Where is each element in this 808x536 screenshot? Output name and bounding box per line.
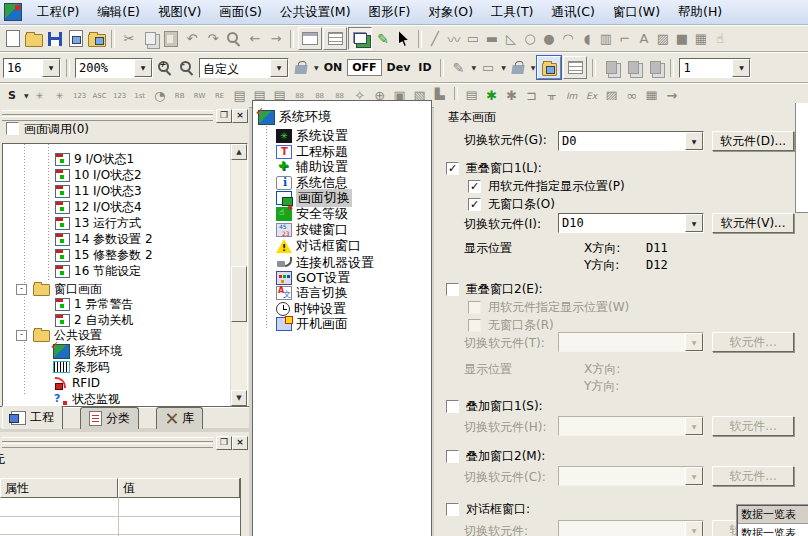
property-column-header[interactable]: 属性 xyxy=(0,478,118,498)
tree-item-rfid[interactable]: RFID xyxy=(53,375,100,391)
parts-display-icon[interactable]: ▤ xyxy=(231,86,249,106)
overlap2-checkbox[interactable]: ✓ xyxy=(446,283,459,296)
lamp-area-icon[interactable]: ✳ xyxy=(51,86,69,106)
draw-filled-ellipse-icon[interactable]: ● xyxy=(540,29,558,49)
tree-item-status-watch[interactable]: 状态监视 xyxy=(53,391,120,407)
draw-image-icon[interactable]: ▦ xyxy=(692,29,710,49)
copy-icon[interactable] xyxy=(140,29,160,49)
panel-gripper[interactable] xyxy=(2,110,213,115)
font-size-combo[interactable]: 16 ▼ xyxy=(3,58,61,78)
overlap2-position-checkbox[interactable]: ✓ xyxy=(468,301,481,314)
tree-item-system-settings[interactable]: 系统设置 xyxy=(276,128,348,144)
zoom-combo[interactable]: 200% ▼ xyxy=(75,58,153,78)
screen-image-toggle[interactable] xyxy=(537,56,561,79)
dialog-window-checkbox[interactable]: ✓ xyxy=(446,503,459,516)
base-device-button[interactable]: 软元件(D)... xyxy=(712,131,794,151)
zoom-in-icon[interactable]: + xyxy=(155,58,175,78)
style-combo[interactable]: 自定义 ▼ xyxy=(199,58,289,78)
overlap2-nobar-checkbox[interactable]: ✓ xyxy=(468,319,481,332)
device-view-button[interactable]: Dev xyxy=(384,61,414,74)
dropdown-arrow-icon[interactable]: ▼ xyxy=(685,132,703,150)
draw-polyline-icon[interactable]: 〰 xyxy=(445,29,463,49)
scrollbar-thumb[interactable] xyxy=(231,266,247,322)
paint-style-dropdown-icon[interactable]: ▼ xyxy=(531,64,536,71)
draw-ellipse-icon[interactable]: ○ xyxy=(521,29,539,49)
menu-screen[interactable]: 画面(S) xyxy=(210,1,271,24)
zoom-select-icon[interactable] xyxy=(224,29,244,49)
ascii-display-icon[interactable]: ASC xyxy=(91,86,109,106)
tree-item-screen-15[interactable]: 15 修整参数 2 xyxy=(55,247,153,263)
fill-color-icon[interactable] xyxy=(291,58,311,78)
tree-item-screen-9[interactable]: 9 I/O状态1 xyxy=(55,151,134,167)
data-list-toggle[interactable] xyxy=(563,56,587,79)
tree-folder-common-settings[interactable]: 公共设置 xyxy=(33,327,102,343)
tree-item-screen-16[interactable]: 16 节能设定 xyxy=(55,263,141,279)
superimpose1-checkbox[interactable]: ✓ xyxy=(446,400,459,413)
tree-scrollbar[interactable]: ▲ ▼ xyxy=(230,144,247,407)
overlap1-checkbox[interactable]: ✓ xyxy=(446,162,459,175)
menu-figure[interactable]: 图形(F) xyxy=(360,1,420,24)
tree-item-barcode[interactable]: 条形码 xyxy=(53,359,110,375)
back-icon[interactable]: ← xyxy=(245,29,265,49)
panel-maximize-button[interactable]: ❐ xyxy=(216,109,232,123)
new-file-icon[interactable] xyxy=(3,29,23,49)
draw-touch-icon[interactable]: ☝ xyxy=(711,29,729,49)
overlap1-device-button[interactable]: 软元件(V)... xyxy=(712,213,794,233)
open-file-icon[interactable] xyxy=(24,29,44,49)
menu-project[interactable]: 工程(P) xyxy=(28,1,88,24)
comment-simple-icon[interactable]: RE xyxy=(211,86,229,106)
panel-maximize-button[interactable]: ❐ xyxy=(216,436,232,450)
collapse-expander[interactable]: - xyxy=(16,330,27,341)
scroll-down-icon[interactable]: ▼ xyxy=(231,390,247,406)
cut-icon[interactable]: ✂ xyxy=(119,29,139,49)
data-view-toggle[interactable] xyxy=(323,27,347,50)
panel-close-button[interactable]: × xyxy=(232,436,248,450)
menu-edit[interactable]: 编辑(E) xyxy=(88,1,149,24)
collapse-expander[interactable]: - xyxy=(16,284,27,295)
menu-tools[interactable]: 工具(T) xyxy=(482,1,542,24)
base-device-combo[interactable]: D0 ▼ xyxy=(558,131,704,151)
undo-icon[interactable]: ↶ xyxy=(182,29,202,49)
line-style-icon[interactable]: ✎ xyxy=(449,58,469,78)
panel-gripper[interactable] xyxy=(2,437,213,442)
draw-filled-area-icon[interactable]: ■ xyxy=(673,29,691,49)
tree-item-screen-10[interactable]: 10 I/O状态2 xyxy=(55,167,142,183)
menu-help[interactable]: 帮助(H) xyxy=(669,1,731,24)
panel-gripper[interactable] xyxy=(2,443,213,448)
tree-item-system-env[interactable]: 系统环境 xyxy=(53,343,122,359)
menu-communication[interactable]: 通讯(C) xyxy=(542,1,603,24)
tree-item-screen-12[interactable]: 12 I/O状态4 xyxy=(55,199,142,215)
scroll-up-icon[interactable]: ▲ xyxy=(231,144,247,160)
line-style-dropdown-icon[interactable]: ▼ xyxy=(472,64,477,71)
dropdown-arrow-icon[interactable]: ▼ xyxy=(732,59,750,77)
overlap1-position-checkbox[interactable]: ✓ xyxy=(468,180,481,193)
superimpose2-checkbox[interactable]: ✓ xyxy=(446,450,459,463)
tree-root-system-env[interactable]: 系统环境 xyxy=(258,109,331,125)
menu-object[interactable]: 对象(O) xyxy=(419,1,482,24)
edit-vertex-icon[interactable]: ✎ xyxy=(373,29,393,49)
panel-gripper[interactable] xyxy=(2,116,213,121)
frame-style-icon[interactable]: ▭ xyxy=(478,58,498,78)
tree-item-screen-14[interactable]: 14 参数设置 2 xyxy=(55,231,153,247)
overlap1-nobar-checkbox[interactable]: ✓ xyxy=(468,198,481,211)
tree-item-window-1[interactable]: 1 异常警告 xyxy=(55,296,133,312)
draw-text-icon[interactable]: A xyxy=(635,29,653,49)
numeric-input-icon[interactable]: 123 xyxy=(111,86,129,106)
off-state-button[interactable]: OFF xyxy=(347,59,381,76)
menu-view[interactable]: 视图(V) xyxy=(149,1,210,24)
dropdown-arrow-icon[interactable]: ▼ xyxy=(270,59,288,77)
overlap1-device-combo[interactable]: D10 ▼ xyxy=(558,213,704,233)
zoom-out-icon[interactable]: - xyxy=(177,58,197,78)
save-icon[interactable] xyxy=(45,29,65,49)
screen-call-checkbox[interactable]: ✓ xyxy=(6,122,19,135)
open-screen-icon[interactable] xyxy=(87,29,107,49)
switch-object-dropdown-icon[interactable]: ▼ xyxy=(24,92,29,99)
draw-arc-icon[interactable]: ◠ xyxy=(559,29,577,49)
forward-icon[interactable]: → xyxy=(266,29,286,49)
menu-window[interactable]: 窗口(W) xyxy=(604,1,669,24)
draw-rect-icon[interactable]: ▭ xyxy=(464,29,482,49)
tree-item-security-level[interactable]: 安全等级 xyxy=(276,206,348,222)
draw-line-icon[interactable]: ╱ xyxy=(426,29,444,49)
dropdown-arrow-icon[interactable]: ▼ xyxy=(42,59,60,77)
window-copy-3-icon[interactable] xyxy=(645,58,665,78)
